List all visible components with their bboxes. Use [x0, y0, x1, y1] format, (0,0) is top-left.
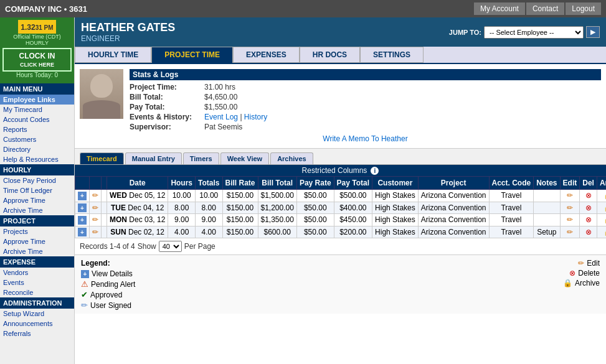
clock-in-button[interactable]: CLOCK INCLICK HERE: [2, 48, 72, 72]
col-info: [102, 177, 107, 190]
table-row: + ✏ SUN Dec 02, 12 4.00 4.00 $150.00 $60…: [75, 226, 607, 238]
tab-hourly-time[interactable]: HOURLY TIME: [75, 47, 151, 63]
clock-widget: 1.3231 PM Official Time (CDT) HOURLY CLO…: [0, 17, 74, 83]
event-log-link[interactable]: Event Log: [204, 113, 238, 121]
totals-cell: 8.00: [196, 202, 222, 214]
edit-action-cell[interactable]: ✏: [560, 214, 580, 226]
sidebar-item-my-timecard[interactable]: My Timecard: [0, 105, 74, 114]
delete-row-icon[interactable]: ⊗: [585, 203, 592, 212]
sidebar-item-directory[interactable]: Directory: [0, 144, 74, 154]
sidebar-item-events[interactable]: Events: [0, 278, 74, 287]
edit-inline-icon[interactable]: ✏: [92, 228, 98, 236]
jump-go-button[interactable]: ▶: [586, 26, 600, 38]
delete-row-icon[interactable]: ⊗: [585, 228, 592, 236]
sub-tab-week-view[interactable]: Week View: [220, 152, 269, 164]
sidebar-item-time-off-ledger[interactable]: Time Off Ledger: [0, 185, 74, 195]
edit-row-icon[interactable]: ✏: [567, 228, 573, 236]
stats-label-project-time: Project Time:: [130, 83, 198, 91]
sidebar-item-announcements[interactable]: Announcements: [0, 319, 74, 329]
expand-cell[interactable]: +: [75, 190, 90, 202]
top-actions: My Account Contact Logout: [474, 2, 601, 15]
sub-tab-archives[interactable]: Archives: [270, 152, 313, 164]
expand-button[interactable]: +: [78, 192, 87, 200]
archive-row-icon[interactable]: 🔒: [604, 228, 606, 236]
sidebar-item-approve-time-hourly[interactable]: Approve Time: [0, 195, 74, 205]
edit-inline-cell[interactable]: ✏: [90, 190, 102, 202]
edit-inline-icon[interactable]: ✏: [92, 215, 98, 224]
sidebar-item-referrals[interactable]: Referrals: [0, 329, 74, 338]
sidebar-item-archive-time-hourly[interactable]: Archive Time: [0, 205, 74, 215]
history-link[interactable]: History: [244, 113, 267, 121]
archive-row-icon[interactable]: 🔒: [604, 191, 606, 200]
sidebar-item-help[interactable]: Help & Resources: [0, 154, 74, 164]
arch-action-cell[interactable]: 🔒: [597, 226, 606, 238]
contact-button[interactable]: Contact: [526, 2, 564, 15]
edit-row-icon[interactable]: ✏: [567, 215, 573, 224]
per-page-select[interactable]: 40 20 10: [159, 241, 182, 252]
tab-hr-docs[interactable]: HR DOCS: [300, 47, 360, 63]
del-action-cell[interactable]: ⊗: [580, 214, 597, 226]
sub-tab-timers[interactable]: Timers: [183, 152, 219, 164]
info-icon[interactable]: i: [371, 167, 379, 175]
sidebar-item-setup-wizard[interactable]: Setup Wizard: [0, 309, 74, 319]
edit-inline-cell[interactable]: ✏: [90, 214, 102, 226]
edit-inline-cell[interactable]: ✏: [90, 202, 102, 214]
del-action-cell[interactable]: ⊗: [580, 202, 597, 214]
pay-total-cell: $200.00: [334, 226, 372, 238]
sub-tab-manual-entry[interactable]: Manual Entry: [125, 152, 182, 164]
sub-tab-timecard[interactable]: Timecard: [80, 152, 124, 164]
employee-select[interactable]: -- Select Employee --: [484, 26, 584, 39]
edit-action-cell[interactable]: ✏: [560, 190, 580, 202]
logout-button[interactable]: Logout: [566, 2, 601, 15]
arch-action-cell[interactable]: 🔒: [597, 202, 606, 214]
expand-cell[interactable]: +: [75, 214, 90, 226]
tab-project-time[interactable]: PROJECT TIME: [151, 47, 233, 63]
pay-total-cell: $450.00: [334, 214, 372, 226]
archive-row-icon[interactable]: 🔒: [604, 215, 606, 224]
hours-cell: 10.00: [168, 190, 196, 202]
edit-inline-icon[interactable]: ✏: [92, 203, 98, 212]
edit-inline-icon[interactable]: ✏: [92, 191, 98, 200]
del-action-cell[interactable]: ⊗: [580, 226, 597, 238]
pay-rate-cell: $50.00: [296, 202, 334, 214]
edit-action-cell[interactable]: ✏: [560, 226, 580, 238]
stats-label-pay-total: Pay Total:: [130, 103, 198, 111]
del-action-cell[interactable]: ⊗: [580, 190, 597, 202]
edit-inline-cell[interactable]: ✏: [90, 226, 102, 238]
expand-button[interactable]: +: [78, 203, 87, 212]
sidebar-item-approve-time-project[interactable]: Approve Time: [0, 236, 74, 246]
time-display: 1.3231 PM: [2, 20, 72, 34]
delete-row-icon[interactable]: ⊗: [585, 215, 592, 224]
delete-row-icon[interactable]: ⊗: [585, 191, 592, 200]
sidebar-item-customers[interactable]: Customers: [0, 134, 74, 144]
table-row: + ✏ TUE Dec 04, 12 8.00 8.00 $150.00 $1,…: [75, 202, 607, 214]
sidebar-item-vendors[interactable]: Vendors: [0, 268, 74, 278]
edit-row-icon[interactable]: ✏: [567, 203, 573, 212]
sidebar-item-archive-time-project[interactable]: Archive Time: [0, 246, 74, 256]
sidebar-item-account-codes[interactable]: Account Codes: [0, 114, 74, 124]
date-cell: WED Dec 05, 12: [107, 190, 168, 202]
sidebar-item-projects[interactable]: Projects: [0, 226, 74, 236]
employee-header: HEATHER GATES ENGINEER JUMP TO: -- Selec…: [75, 17, 606, 47]
archive-row-icon[interactable]: 🔒: [604, 203, 606, 212]
expand-button[interactable]: +: [78, 228, 87, 236]
edit-row-icon[interactable]: ✏: [567, 191, 573, 200]
edit-action-cell[interactable]: ✏: [560, 202, 580, 214]
arch-action-cell[interactable]: 🔒: [597, 190, 606, 202]
tab-settings[interactable]: SETTINGS: [360, 47, 424, 63]
arch-action-cell[interactable]: 🔒: [597, 214, 606, 226]
stats-value-events: Event Log | History: [204, 113, 267, 121]
sidebar: 1.3231 PM Official Time (CDT) HOURLY CLO…: [0, 17, 75, 364]
expand-cell[interactable]: +: [75, 226, 90, 238]
sidebar-item-close-pay[interactable]: Close Pay Period: [0, 175, 74, 185]
employee-links-header[interactable]: Employee Links: [0, 95, 74, 105]
sidebar-item-reconcile[interactable]: Reconcile: [0, 287, 74, 297]
main-tabs: HOURLY TIME PROJECT TIME EXPENSES HR DOC…: [75, 47, 606, 64]
my-account-button[interactable]: My Account: [474, 2, 525, 15]
sidebar-item-reports[interactable]: Reports: [0, 124, 74, 134]
expand-button[interactable]: +: [78, 216, 87, 225]
memo-link[interactable]: Write A Memo To Heather: [130, 134, 601, 143]
expand-cell[interactable]: +: [75, 202, 90, 214]
stats-value-pay-total: $1,550.00: [204, 103, 237, 111]
tab-expenses[interactable]: EXPENSES: [233, 47, 300, 63]
